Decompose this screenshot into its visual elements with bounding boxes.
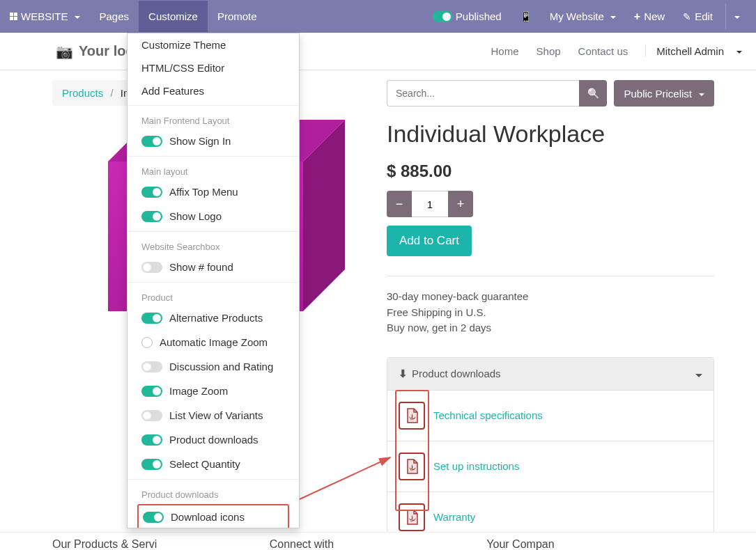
product-price: $ 885.00 — [387, 162, 714, 181]
toggle-label: Product downloads — [169, 434, 259, 446]
download-row: Technical specifications — [387, 390, 713, 441]
dropdown-toggle[interactable]: Automatic Image Zoom — [128, 330, 299, 354]
toggle-label: Download icons — [171, 511, 245, 523]
mobile-preview-button[interactable] — [514, 3, 537, 29]
breadcrumb-separator: / — [110, 87, 113, 99]
toggle-switch-icon — [141, 410, 162, 421]
downloads-accordion: Product downloads Technical specificatio… — [387, 357, 714, 543]
radio-icon — [141, 337, 153, 348]
toggle-label: Discussion and Rating — [169, 361, 273, 372]
info-line: 30-day money-back guarantee — [387, 289, 714, 305]
toggle-switch-icon — [141, 211, 162, 222]
nav-shop[interactable]: Shop — [537, 45, 561, 57]
info-line: Buy now, get in 2 days — [387, 320, 714, 336]
add-to-cart-button[interactable]: Add to Cart — [387, 226, 472, 256]
user-menu[interactable]: Mitchell Admin — [645, 45, 742, 57]
product-title: Individual Workplace — [387, 120, 714, 148]
dropdown-toggle[interactable]: Download icons — [141, 507, 285, 527]
dropdown-toggle[interactable]: Alternative Products — [128, 306, 299, 330]
toggle-switch-icon — [141, 459, 162, 470]
toggle-label: Show # found — [169, 261, 233, 273]
new-label: New — [644, 10, 665, 22]
my-website-label: My Website — [550, 10, 604, 22]
info-line: Free Shipping in U.S. — [387, 305, 714, 321]
pricelist-button[interactable]: Public Pricelist — [614, 80, 714, 107]
pdf-icon — [399, 453, 425, 480]
toggle-switch-icon — [141, 262, 162, 273]
download-link[interactable]: Set up instructions — [433, 460, 519, 472]
user-name: Mitchell Admin — [656, 45, 724, 57]
toggle-switch-icon — [143, 512, 164, 523]
search-button[interactable] — [579, 80, 607, 107]
dropdown-section-header: Product — [128, 285, 299, 306]
grid-icon — [10, 13, 17, 20]
dropdown-toggle[interactable]: Show Sign In — [128, 129, 299, 153]
caret-down-icon — [732, 10, 740, 22]
toggle-switch-icon — [141, 386, 162, 397]
download-row: Set up instructions — [387, 441, 713, 492]
dropdown-toggle[interactable]: Image Zoom — [128, 379, 299, 403]
toggle-label: Affix Top Menu — [169, 186, 238, 198]
content: Products / Ind Public Pricelist Individu… — [0, 70, 756, 543]
toggle-switch-icon — [141, 187, 162, 198]
search-row: Public Pricelist — [387, 80, 714, 107]
dropdown-toggle[interactable]: Show # found — [128, 255, 299, 279]
customize-menu[interactable]: Customize — [139, 1, 208, 32]
toggle-label: List View of Variants — [169, 409, 263, 421]
nav-home[interactable]: Home — [491, 45, 519, 57]
edit-label: Edit — [695, 10, 713, 22]
website-label: WEBSITE — [21, 10, 68, 22]
topbar-right: Published My Website New Edit — [427, 3, 756, 30]
plus-icon — [634, 10, 640, 23]
download-icon — [399, 368, 412, 380]
download-link[interactable]: Warranty — [433, 511, 475, 523]
customize-dropdown: Customize ThemeHTML/CSS EditorAdd Featur… — [127, 33, 300, 528]
dropdown-section-header: Main Frontend Layout — [128, 109, 299, 129]
toggle-label: Show Sign In — [169, 135, 231, 147]
new-button[interactable]: New — [628, 3, 670, 30]
breadcrumb-products[interactable]: Products — [62, 87, 103, 99]
search-icon — [587, 88, 599, 99]
toggle-switch-icon — [141, 136, 162, 147]
edit-button[interactable]: Edit — [677, 3, 718, 29]
dropdown-item[interactable]: Customize Theme — [128, 33, 299, 56]
dropdown-toggle[interactable]: List View of Variants — [128, 403, 299, 427]
my-website-menu[interactable]: My Website — [544, 3, 622, 29]
footer-col-1: Our Products & Servi — [52, 538, 270, 550]
pencil-icon — [683, 10, 691, 22]
search-input[interactable] — [387, 80, 579, 107]
dropdown-toggle[interactable]: Select Quantity — [128, 452, 299, 476]
camera-icon — [56, 43, 73, 60]
qty-increase-button[interactable]: + — [448, 191, 473, 217]
download-link[interactable]: Technical specifications — [433, 409, 543, 421]
qty-decrease-button[interactable]: − — [387, 191, 412, 217]
site-nav: Home Shop Contact us Mitchell Admin — [491, 45, 742, 57]
pages-menu[interactable]: Pages — [90, 1, 139, 32]
quantity-stepper: − + — [387, 191, 714, 217]
dropdown-item[interactable]: HTML/CSS Editor — [128, 56, 299, 79]
extra-menu[interactable] — [725, 3, 746, 29]
dropdown-item[interactable]: Add Features — [128, 79, 299, 102]
site-header: Your logo Home Shop Contact us Mitchell … — [0, 33, 756, 70]
dropdown-toggle[interactable]: Affix Top Menu — [128, 180, 299, 204]
website-menu[interactable]: WEBSITE — [0, 1, 90, 32]
dropdown-toggle[interactable]: Discussion and Rating — [128, 354, 299, 379]
dropdown-toggle[interactable]: Show Logo — [128, 204, 299, 228]
right-column: Public Pricelist Individual Workplace $ … — [387, 80, 714, 543]
nav-contact[interactable]: Contact us — [578, 45, 628, 57]
pdf-icon — [399, 503, 425, 531]
toggle-label: Automatic Image Zoom — [160, 336, 268, 348]
toggle-switch-icon — [141, 361, 162, 372]
promote-menu[interactable]: Promote — [208, 1, 267, 32]
published-label: Published — [456, 10, 502, 22]
pdf-icon — [399, 402, 425, 430]
qty-input[interactable] — [412, 191, 448, 217]
highlight-box: Download icons — [137, 504, 289, 528]
dropdown-section-header: Main layout — [128, 159, 299, 180]
footer-col-2: Connect with — [270, 538, 487, 550]
toggle-label: Select Quantity — [169, 458, 240, 470]
published-toggle[interactable]: Published — [427, 3, 507, 29]
pricelist-label: Public Pricelist — [624, 88, 692, 100]
dropdown-toggle[interactable]: Product downloads — [128, 427, 299, 452]
downloads-header[interactable]: Product downloads — [387, 358, 713, 390]
